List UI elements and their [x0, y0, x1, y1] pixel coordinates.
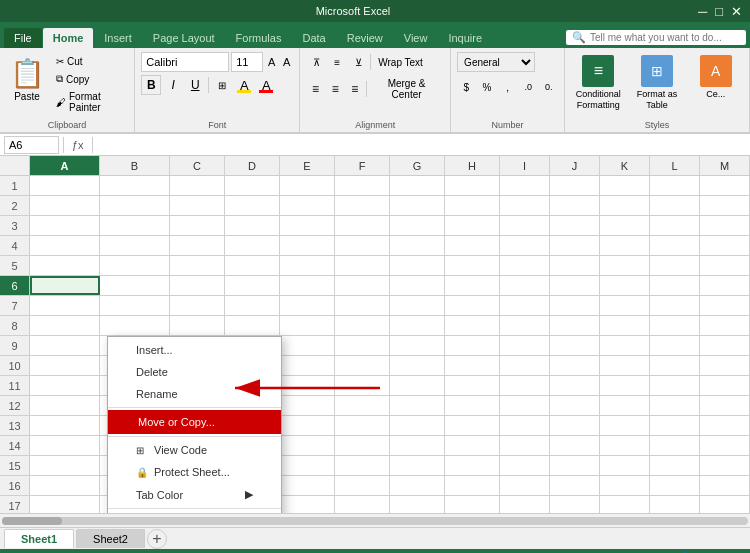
cell-G13[interactable] — [390, 416, 445, 435]
horizontal-scrollbar[interactable] — [0, 513, 750, 527]
font-name-input[interactable] — [141, 52, 229, 72]
cell-K3[interactable] — [600, 216, 650, 235]
cell-G9[interactable] — [390, 336, 445, 355]
underline-button[interactable]: U — [185, 75, 205, 95]
row-num-15[interactable]: 15 — [0, 456, 30, 475]
cell-G1[interactable] — [390, 176, 445, 195]
cell-I6[interactable] — [500, 276, 550, 295]
borders-button[interactable]: ⊞ — [212, 75, 232, 95]
row-num-16[interactable]: 16 — [0, 476, 30, 495]
cell-B7[interactable] — [100, 296, 170, 315]
cell-A11[interactable] — [30, 376, 100, 395]
cell-L2[interactable] — [650, 196, 700, 215]
cell-H2[interactable] — [445, 196, 500, 215]
sheet-tab-sheet2[interactable]: Sheet2 — [76, 529, 145, 548]
cell-H16[interactable] — [445, 476, 500, 495]
cell-C3[interactable] — [170, 216, 225, 235]
cell-H9[interactable] — [445, 336, 500, 355]
add-sheet-button[interactable]: + — [147, 529, 167, 549]
cell-J6[interactable] — [550, 276, 600, 295]
cell-K12[interactable] — [600, 396, 650, 415]
cell-F14[interactable] — [335, 436, 390, 455]
merge-center-button[interactable]: Merge & Center — [369, 75, 444, 103]
currency-button[interactable]: $ — [457, 77, 476, 97]
cell-I8[interactable] — [500, 316, 550, 335]
cell-G5[interactable] — [390, 256, 445, 275]
cell-L10[interactable] — [650, 356, 700, 375]
cell-M8[interactable] — [700, 316, 750, 335]
row-num-17[interactable]: 17 — [0, 496, 30, 513]
cell-D8[interactable] — [225, 316, 280, 335]
cell-G3[interactable] — [390, 216, 445, 235]
menu-item-rename[interactable]: Rename — [108, 383, 281, 405]
row-num-9[interactable]: 9 — [0, 336, 30, 355]
cell-F3[interactable] — [335, 216, 390, 235]
tab-review[interactable]: Review — [337, 28, 393, 48]
wrap-text-button[interactable]: Wrap Text — [373, 54, 428, 71]
col-header-B[interactable]: B — [100, 156, 170, 175]
sheet-tab-sheet1[interactable]: Sheet1 — [4, 529, 74, 548]
cell-K9[interactable] — [600, 336, 650, 355]
row-num-2[interactable]: 2 — [0, 196, 30, 215]
cell-J12[interactable] — [550, 396, 600, 415]
cell-M3[interactable] — [700, 216, 750, 235]
left-align-button[interactable]: ≡ — [306, 79, 325, 99]
menu-item-tabcolor[interactable]: Tab Color ▶ — [108, 483, 281, 506]
cell-B2[interactable] — [100, 196, 170, 215]
cell-L7[interactable] — [650, 296, 700, 315]
cell-H1[interactable] — [445, 176, 500, 195]
col-header-I[interactable]: I — [500, 156, 550, 175]
cell-C7[interactable] — [170, 296, 225, 315]
cell-E3[interactable] — [280, 216, 335, 235]
align-bottom-button[interactable]: ⊻ — [348, 52, 368, 72]
cell-A8[interactable] — [30, 316, 100, 335]
cell-L1[interactable] — [650, 176, 700, 195]
cell-F5[interactable] — [335, 256, 390, 275]
italic-button[interactable]: I — [163, 75, 183, 95]
cell-E1[interactable] — [280, 176, 335, 195]
cell-C1[interactable] — [170, 176, 225, 195]
cell-L14[interactable] — [650, 436, 700, 455]
cut-button[interactable]: ✂ Cut — [52, 54, 130, 69]
cell-M9[interactable] — [700, 336, 750, 355]
row-num-3[interactable]: 3 — [0, 216, 30, 235]
name-box[interactable] — [4, 136, 59, 154]
cell-F17[interactable] — [335, 496, 390, 513]
cell-M14[interactable] — [700, 436, 750, 455]
cell-J5[interactable] — [550, 256, 600, 275]
tab-insert[interactable]: Insert — [94, 28, 142, 48]
cell-L16[interactable] — [650, 476, 700, 495]
cell-G14[interactable] — [390, 436, 445, 455]
decrease-decimal-button[interactable]: 0. — [539, 77, 558, 97]
cell-J1[interactable] — [550, 176, 600, 195]
col-header-E[interactable]: E — [280, 156, 335, 175]
col-header-G[interactable]: G — [390, 156, 445, 175]
font-size-input[interactable] — [231, 52, 263, 72]
cell-D6[interactable] — [225, 276, 280, 295]
cell-G6[interactable] — [390, 276, 445, 295]
col-header-A[interactable]: A — [30, 156, 100, 175]
formula-input[interactable] — [97, 136, 746, 154]
cell-F15[interactable] — [335, 456, 390, 475]
tab-view[interactable]: View — [394, 28, 438, 48]
cell-C5[interactable] — [170, 256, 225, 275]
cell-L3[interactable] — [650, 216, 700, 235]
decrease-font-button[interactable]: A — [280, 52, 293, 72]
cell-M7[interactable] — [700, 296, 750, 315]
cell-F8[interactable] — [335, 316, 390, 335]
cell-C6[interactable] — [170, 276, 225, 295]
font-color-button[interactable]: A — [256, 75, 276, 95]
cell-L13[interactable] — [650, 416, 700, 435]
row-num-8[interactable]: 8 — [0, 316, 30, 335]
fill-color-button[interactable]: A — [234, 75, 254, 95]
cell-E11[interactable] — [280, 376, 335, 395]
cell-J8[interactable] — [550, 316, 600, 335]
align-middle-button[interactable]: ≡ — [327, 52, 347, 72]
cell-L4[interactable] — [650, 236, 700, 255]
comma-button[interactable]: , — [498, 77, 517, 97]
cell-I14[interactable] — [500, 436, 550, 455]
cell-K17[interactable] — [600, 496, 650, 513]
tab-data[interactable]: Data — [292, 28, 335, 48]
cell-K5[interactable] — [600, 256, 650, 275]
col-header-D[interactable]: D — [225, 156, 280, 175]
